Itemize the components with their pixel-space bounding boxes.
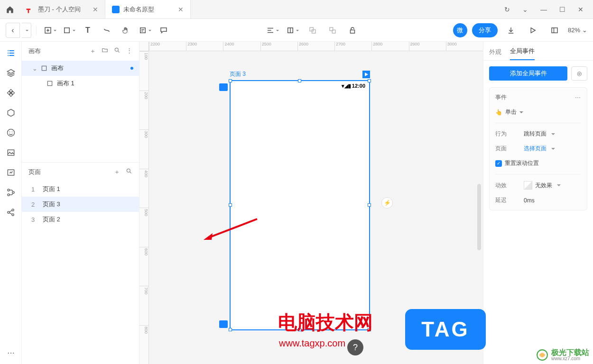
frame-tag-icon[interactable]	[219, 83, 228, 91]
ungroup-tool[interactable]	[324, 23, 341, 38]
search-icon[interactable]	[126, 168, 132, 176]
minimize-icon[interactable]: —	[540, 6, 547, 13]
more-icon[interactable]: ⋯	[575, 94, 581, 101]
event-title: 事件	[495, 93, 507, 101]
page-key: 页面	[495, 145, 524, 153]
rail-more-icon[interactable]: ⋯	[5, 347, 17, 358]
comment-tool[interactable]	[155, 23, 172, 38]
ruler-tick: 500	[139, 208, 148, 247]
constraint-handle[interactable]: ⚡	[381, 197, 393, 209]
target-picker-icon[interactable]: ◎	[571, 66, 587, 81]
badge-button[interactable]: 微	[453, 23, 467, 37]
rail-emoji-icon[interactable]	[5, 127, 17, 138]
page-list: 1 页面 1 2 页面 3 3 页面 2	[22, 182, 139, 227]
resize-handle[interactable]	[298, 79, 301, 82]
page-selector[interactable]: 选择页面	[524, 145, 555, 153]
zoom-control[interactable]: 82%⌄	[568, 27, 587, 34]
page-row[interactable]: 1 页面 1	[22, 182, 139, 197]
artboard[interactable]: 页面 3 ▾◢▮ 12:00	[230, 70, 370, 330]
maximize-icon[interactable]: ☐	[559, 6, 565, 13]
delay-value[interactable]: 0ms	[524, 197, 535, 204]
zoom-label: 82%	[568, 27, 580, 34]
rail-image-icon[interactable]	[5, 147, 17, 158]
rail-outline-icon[interactable]	[5, 47, 17, 59]
action-value[interactable]: 跳转页面	[524, 130, 555, 138]
ruler-tick: 2300	[186, 42, 223, 51]
ruler-tick: 800	[139, 325, 148, 364]
add-page-icon[interactable]: ＋	[114, 168, 120, 176]
reset-scroll-checkbox[interactable]: ✓ 重置滚动位置	[495, 159, 581, 167]
frame-label[interactable]: 页面 3	[230, 70, 246, 78]
download-icon[interactable]	[502, 23, 519, 38]
distribute-tool[interactable]	[284, 23, 301, 38]
help-fab[interactable]: ?	[347, 339, 363, 355]
tree-child-canvas[interactable]: 画布 1	[22, 76, 139, 91]
tab-global-events[interactable]: 全局事件	[510, 47, 535, 60]
page-name: 页面 1	[43, 185, 60, 193]
ruler-tick: 600	[139, 247, 148, 286]
add-global-event-button[interactable]: 添加全局事件	[489, 66, 567, 81]
anim-selector[interactable]: 无效果	[524, 181, 561, 190]
scrollbar[interactable]	[477, 184, 481, 250]
panels-icon[interactable]	[546, 23, 563, 38]
rail-flow-icon[interactable]	[5, 187, 17, 198]
close-window-icon[interactable]: ✕	[578, 6, 584, 13]
resize-handle[interactable]	[229, 328, 232, 331]
connector-tool[interactable]	[98, 23, 115, 38]
tab-workspace[interactable]: ┳ 墨刀 - 个人空间 ✕	[20, 0, 105, 18]
tab-prototype[interactable]: 未命名原型 ✕	[105, 0, 191, 18]
dropdown-icon[interactable]: ⌄	[522, 6, 528, 13]
frame-tag-icon[interactable]	[219, 320, 228, 328]
ruler-tick: 300	[139, 129, 148, 169]
reload-icon[interactable]: ↻	[504, 6, 510, 13]
svg-point-10	[7, 129, 14, 136]
add-canvas-icon[interactable]: ＋	[90, 47, 96, 55]
close-icon[interactable]: ✕	[178, 6, 184, 13]
rail-components-icon[interactable]	[5, 87, 17, 99]
page-row[interactable]: 2 页面 3	[22, 197, 139, 212]
more-icon[interactable]: ⋮	[126, 47, 132, 55]
board-icon	[46, 80, 53, 87]
home-button[interactable]	[0, 0, 20, 18]
device-frame[interactable]: ▾◢▮ 12:00	[230, 80, 370, 330]
group-tool[interactable]	[304, 23, 321, 38]
resize-handle[interactable]	[298, 328, 301, 331]
search-icon[interactable]	[114, 47, 120, 55]
board-icon	[41, 65, 47, 72]
text-tool[interactable]: T	[79, 23, 96, 38]
page-name: 页面 3	[43, 200, 60, 209]
ruler-horizontal: 2200 2300 2400 2500 2600 2700 2800 2900 …	[149, 42, 483, 51]
resize-handle[interactable]	[368, 79, 371, 82]
shape-tool[interactable]	[60, 23, 77, 38]
resize-handle[interactable]	[368, 203, 371, 207]
play-icon[interactable]	[524, 23, 541, 38]
resize-handle[interactable]	[368, 328, 371, 331]
share-button[interactable]: 分享	[472, 23, 498, 37]
svg-point-17	[7, 194, 9, 196]
align-tool[interactable]	[264, 23, 281, 38]
canvas-header-label: 画布	[28, 47, 41, 55]
resize-handle[interactable]	[229, 79, 232, 82]
back-button[interactable]: ‹	[6, 23, 20, 38]
frame-tool[interactable]	[41, 23, 58, 38]
play-frame-icon[interactable]	[362, 71, 370, 78]
note-tool[interactable]	[136, 23, 153, 38]
tab-appearance[interactable]: 外观	[489, 48, 501, 60]
active-dot	[130, 67, 133, 70]
close-icon[interactable]: ✕	[93, 6, 98, 13]
page-row[interactable]: 3 页面 2	[22, 212, 139, 227]
rail-data-icon[interactable]	[5, 167, 17, 178]
lock-tool[interactable]	[344, 23, 361, 38]
rail-assets-icon[interactable]	[5, 107, 17, 118]
folder-icon[interactable]	[102, 47, 108, 55]
resize-handle[interactable]	[229, 203, 232, 207]
canvas-area[interactable]: 2200 2300 2400 2500 2600 2700 2800 2900 …	[139, 42, 483, 364]
ruler-tick: 3000	[446, 42, 483, 51]
rail-share-icon[interactable]	[5, 207, 17, 218]
trigger-selector[interactable]: 👆 单击	[495, 108, 523, 116]
back-dropdown[interactable]	[22, 23, 31, 38]
rail-layers-icon[interactable]	[5, 67, 17, 79]
hand-tool[interactable]	[117, 23, 134, 38]
ruler-vertical: 100 200 300 400 500 600 700 800	[139, 51, 149, 364]
tree-root-canvas[interactable]: ⌄ 画布	[22, 61, 139, 76]
